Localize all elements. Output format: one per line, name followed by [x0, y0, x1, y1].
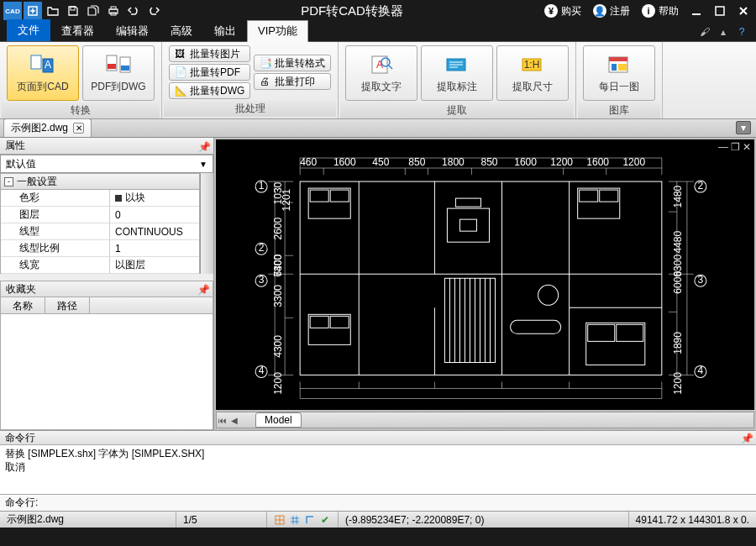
tab-vip[interactable]: VIP功能	[247, 20, 308, 42]
property-value: CONTINUOUS	[110, 226, 199, 238]
close-tab-icon[interactable]: ✕	[73, 123, 84, 134]
extract-annot-button[interactable]: 提取标注	[421, 45, 493, 101]
document-tab[interactable]: 示例图2.dwg ✕	[3, 118, 92, 137]
svg-text:1200: 1200	[672, 372, 684, 395]
page-to-cad-button[interactable]: A 页面到CAD	[7, 45, 79, 101]
commandline-input[interactable]: 命令行:	[0, 494, 756, 511]
prev-icon[interactable]: ◀	[228, 416, 240, 425]
extract-dims-button[interactable]: 1:H提取尺寸	[496, 45, 569, 101]
ribbon-group-extract: A提取文字 提取标注 1:H提取尺寸 提取	[339, 42, 576, 118]
tab-advanced[interactable]: 高级	[160, 20, 203, 41]
property-row[interactable]: 线宽以图层	[1, 257, 199, 274]
svg-rect-3	[111, 7, 116, 9]
buy-link[interactable]: ¥购买	[541, 4, 585, 18]
property-value: 以图层	[110, 258, 199, 272]
svg-rect-36	[586, 323, 645, 365]
tab-file[interactable]: 文件	[7, 19, 50, 41]
grid-icon[interactable]	[289, 514, 301, 526]
pdf-to-dwg-button[interactable]: PDF到DWG	[82, 45, 155, 101]
tab-viewer[interactable]: 查看器	[50, 20, 105, 41]
chevron-down-icon: ▼	[199, 160, 207, 169]
info-icon: i	[642, 4, 655, 18]
property-value: 0	[110, 209, 199, 221]
svg-rect-22	[618, 64, 627, 71]
batch-print-button[interactable]: 🖨批量打印	[254, 73, 331, 90]
svg-text:4300: 4300	[272, 335, 284, 358]
batch-img-button[interactable]: 🖼批量转图片	[169, 45, 250, 62]
collapse-icon[interactable]: -	[4, 177, 13, 186]
svg-rect-28	[580, 190, 598, 202]
canvas-restore-icon[interactable]: ❐	[731, 141, 740, 153]
close-button[interactable]	[734, 2, 753, 20]
brush-icon[interactable]: 🖌	[697, 24, 712, 39]
tabs-dropdown[interactable]: ▾	[736, 121, 751, 134]
svg-text:1600: 1600	[586, 156, 609, 168]
maximize-button[interactable]	[711, 2, 729, 20]
property-row[interactable]: 线型CONTINUOUS	[1, 223, 199, 240]
property-row[interactable]: 色彩以块	[1, 190, 199, 207]
scrollbar[interactable]	[200, 173, 213, 274]
batch-pdf-button[interactable]: 📄批量转PDF	[169, 64, 250, 81]
titlebar: CAD PDF转CAD转换器 ¥购买 👤注册 i帮助	[0, 0, 756, 22]
property-key: 线型比例	[1, 240, 110, 256]
minimize-button[interactable]	[687, 2, 706, 20]
extract-text-icon: A	[368, 53, 395, 76]
extract-text-button[interactable]: A提取文字	[345, 45, 417, 101]
open-icon[interactable]	[44, 2, 62, 20]
svg-rect-32	[459, 219, 476, 231]
snap-icon[interactable]	[274, 514, 286, 526]
save-icon[interactable]	[64, 2, 82, 20]
pdf-icon: 📄	[175, 66, 186, 78]
svg-text:1200: 1200	[622, 156, 645, 168]
favorites-col-path[interactable]: 路径	[45, 297, 90, 313]
property-row[interactable]: 线型比例1	[1, 240, 199, 257]
commandline-body: 替换 [SIMPLEX.shx] 字体为 [SIMPLEX.SHX] 取消	[0, 445, 756, 494]
help-link[interactable]: i帮助	[638, 4, 682, 18]
batch-dwg-button[interactable]: 📐批量转DWG	[169, 82, 250, 99]
svg-text:4: 4	[259, 365, 265, 376]
workspace: 属性 📌 默认值▼ - 一般设置 色彩以块图层0线型CONTINUOUS线型比例…	[0, 138, 756, 430]
canvas-area: — ❐ ✕	[214, 138, 756, 430]
first-icon[interactable]: ⏮	[217, 416, 228, 425]
model-tab[interactable]: Model	[255, 412, 302, 428]
svg-text:2: 2	[259, 242, 265, 254]
pin-icon[interactable]: 📌	[741, 433, 751, 443]
svg-text:6000: 6000	[672, 271, 684, 294]
default-combo[interactable]: 默认值▼	[0, 155, 213, 173]
svg-point-40	[538, 285, 559, 305]
redo-icon[interactable]	[144, 2, 163, 20]
pin-icon[interactable]: 📌	[197, 284, 207, 294]
canvas-minimize-icon[interactable]: —	[718, 141, 728, 153]
canvas-close-icon[interactable]: ✕	[743, 141, 751, 153]
undo-icon[interactable]	[124, 2, 143, 20]
help-small-icon[interactable]: ?	[734, 24, 749, 39]
print-icon[interactable]	[104, 2, 123, 20]
daily-image-button[interactable]: 每日一图	[583, 45, 655, 101]
register-link[interactable]: 👤注册	[590, 4, 633, 18]
svg-rect-5	[716, 7, 724, 15]
brush-status-icon[interactable]: ✔	[319, 514, 331, 526]
save-all-icon[interactable]	[84, 2, 102, 20]
ortho-icon[interactable]	[304, 514, 316, 526]
svg-text:1480: 1480	[672, 185, 684, 207]
svg-text:A: A	[45, 59, 51, 71]
property-key: 图层	[1, 207, 110, 223]
svg-rect-29	[600, 190, 618, 202]
svg-text:6300: 6300	[272, 255, 284, 277]
general-settings-header[interactable]: - 一般设置	[0, 173, 200, 190]
commandline-line: 取消	[5, 460, 751, 474]
tab-editor[interactable]: 编辑器	[105, 20, 160, 41]
favorites-col-name[interactable]: 名称	[1, 297, 45, 313]
property-row[interactable]: 图层0	[1, 207, 199, 223]
ribbon-group-convert: A 页面到CAD PDF到DWG 转换	[0, 42, 162, 118]
drawing-canvas[interactable]: — ❐ ✕	[216, 139, 754, 410]
pin-icon[interactable]: 📌	[198, 141, 208, 151]
pdf-to-dwg-icon	[105, 53, 132, 76]
format-icon: 📑	[260, 57, 271, 69]
batch-format-button[interactable]: 📑批量转格式	[254, 55, 331, 71]
tab-output[interactable]: 输出	[203, 20, 247, 41]
dwg-icon: 📐	[175, 85, 186, 97]
svg-text:3: 3	[698, 274, 704, 286]
new-icon[interactable]	[24, 2, 42, 20]
chevron-up-icon[interactable]: ▴	[716, 24, 731, 39]
